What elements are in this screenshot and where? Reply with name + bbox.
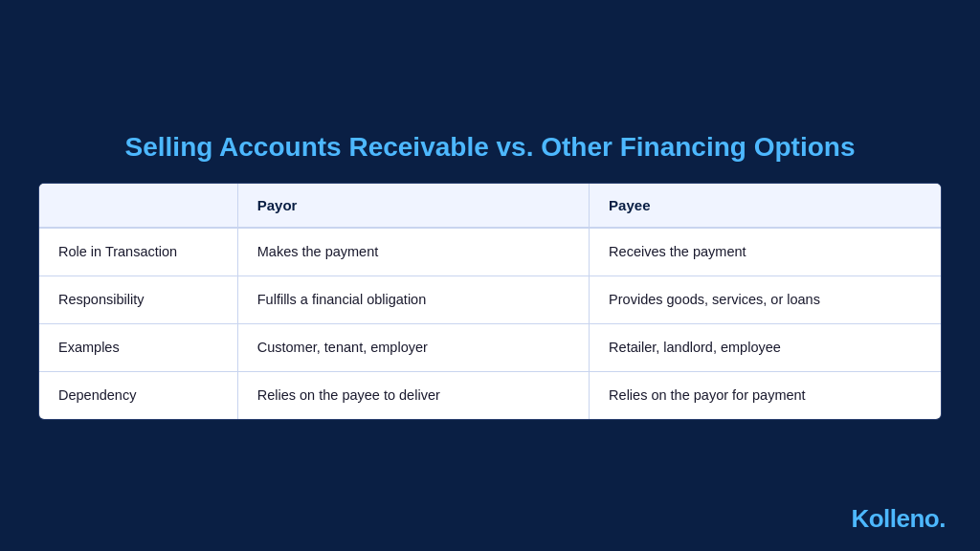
row-1-payee: Provides goods, services, or loans — [590, 276, 941, 323]
brand-name: Kolleno — [851, 504, 939, 533]
comparison-table: Payor Payee Role in TransactionMakes the… — [38, 183, 942, 420]
brand-dot: . — [939, 504, 946, 533]
table-row: ExamplesCustomer, tenant, employerRetail… — [39, 323, 941, 371]
header-col1 — [39, 184, 237, 228]
row-0-label: Role in Transaction — [39, 228, 237, 276]
table-row: Role in TransactionMakes the paymentRece… — [39, 228, 941, 276]
row-1-label: Responsibility — [39, 276, 237, 323]
row-2-payor: Customer, tenant, employer — [237, 323, 589, 371]
brand-logo: Kolleno. — [851, 504, 946, 534]
row-2-payee: Retailer, landlord, employee — [590, 323, 941, 371]
table-row: DependencyRelies on the payee to deliver… — [39, 371, 941, 419]
table-row: ResponsibilityFulfills a financial oblig… — [39, 276, 941, 323]
table-header-row: Payor Payee — [39, 184, 941, 228]
page-title: Selling Accounts Receivable vs. Other Fi… — [38, 131, 942, 164]
row-0-payee: Receives the payment — [590, 228, 941, 276]
row-3-payor: Relies on the payee to deliver — [237, 371, 589, 419]
row-0-payor: Makes the payment — [237, 228, 589, 276]
header-col3-payee: Payee — [590, 184, 941, 228]
row-3-label: Dependency — [39, 371, 237, 419]
header-col2-payor: Payor — [237, 184, 589, 228]
row-3-payee: Relies on the payor for payment — [590, 371, 941, 419]
row-1-payor: Fulfills a financial obligation — [237, 276, 589, 323]
row-2-label: Examples — [39, 323, 237, 371]
